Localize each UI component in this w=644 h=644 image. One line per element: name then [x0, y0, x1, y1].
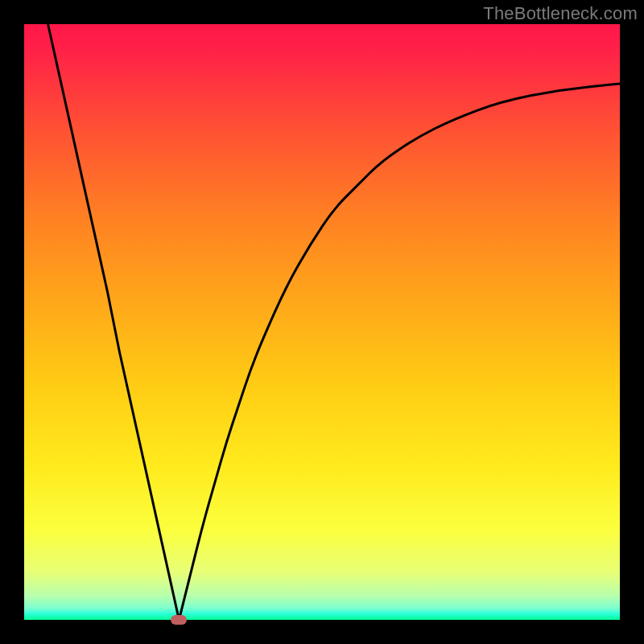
curve-svg [24, 24, 620, 620]
chart-frame: TheBottleneck.com [0, 0, 644, 644]
watermark-text: TheBottleneck.com [483, 3, 638, 24]
min-marker [171, 615, 187, 625]
curve-path [48, 24, 620, 620]
plot-area [24, 24, 620, 620]
